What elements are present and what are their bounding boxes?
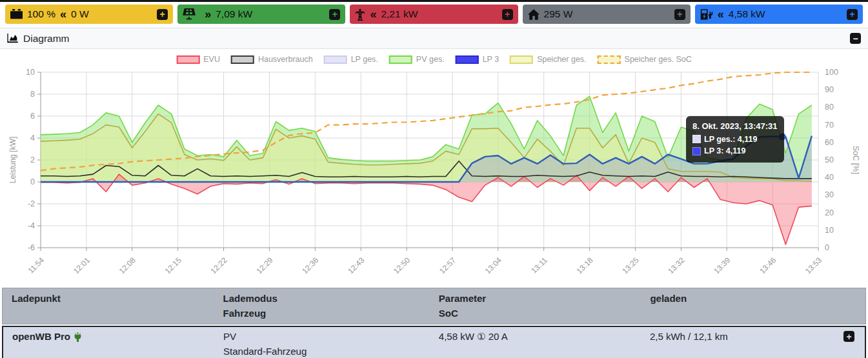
legend-swatch xyxy=(231,55,254,64)
svg-text:12:15: 12:15 xyxy=(163,255,183,275)
grid-expand-button[interactable]: + xyxy=(502,9,513,20)
svg-text:10: 10 xyxy=(825,226,834,235)
charge-power: 4,58 kW xyxy=(439,331,474,342)
svg-text:12:36: 12:36 xyxy=(300,255,320,275)
parameter-cell: 4,58 kW ① 20 A xyxy=(430,330,641,358)
legend-swatch xyxy=(176,55,199,64)
battery-soc-value: 100 % xyxy=(27,8,56,20)
transmission-tower-icon xyxy=(355,8,365,21)
svg-text:-6: -6 xyxy=(28,243,35,252)
chargepoint-name-cell: openWB Pro xyxy=(12,330,205,344)
tooltip-value: LP ges.: 4,119 xyxy=(704,134,757,145)
header-parameter-soc: Parameter SoC xyxy=(430,292,641,321)
house-expand-button[interactable]: + xyxy=(674,9,685,20)
svg-text:Leistung [kW]: Leistung [kW] xyxy=(8,137,17,184)
legend-item-pv-ges: PV ges. xyxy=(389,55,445,64)
vehicle-name: Standard-Fahrzeug xyxy=(223,344,421,358)
svg-text:20: 20 xyxy=(825,208,834,217)
svg-text:6: 6 xyxy=(30,112,35,121)
phase-count-icon: ① xyxy=(477,331,485,342)
tooltip-value: LP 3: 4,119 xyxy=(704,146,745,157)
svg-text:60: 60 xyxy=(825,138,834,147)
diagram-section-header[interactable]: Diagramm − xyxy=(0,28,868,49)
header-ladepunkt: Ladepunkt xyxy=(3,292,214,321)
header-line: Fahrzeug xyxy=(223,306,421,321)
charge-current: 20 A xyxy=(489,331,508,342)
chart-legend: EVU Hausverbrauch LP ges. PV ges. LP 3 S… xyxy=(176,55,692,64)
header-geladen: geladen xyxy=(641,292,865,321)
legend-item-speicher-ges: Speicher ges. xyxy=(510,55,586,64)
charging-station-icon xyxy=(700,8,713,20)
badge-pv: » 7,09 kW + xyxy=(177,5,345,24)
solar-panel-icon xyxy=(183,8,196,20)
car-battery-icon xyxy=(10,9,23,19)
chart-tooltip: 8. Okt. 2023, 13:47:31 LP ges.: 4,119 LP… xyxy=(686,116,784,163)
pv-power-value: 7,09 kW xyxy=(216,8,252,20)
legend-item-lp3: LP 3 xyxy=(456,55,500,64)
flow-direction-arrow: « xyxy=(370,8,375,21)
svg-text:2: 2 xyxy=(30,155,35,164)
svg-text:90: 90 xyxy=(825,85,834,94)
badge-chargepoint: « 4,58 kW + xyxy=(695,5,863,24)
badge-house: 295 W + xyxy=(523,5,691,24)
legend-swatch xyxy=(324,55,347,64)
legend-item-lp-ges: LP ges. xyxy=(324,55,378,64)
tooltip-swatch xyxy=(692,135,701,143)
svg-text:13:53: 13:53 xyxy=(803,255,823,275)
svg-text:12:43: 12:43 xyxy=(346,255,366,275)
svg-text:13:32: 13:32 xyxy=(666,255,686,275)
table-header-row: Ladepunkt Lademodus Fahrzeug Parameter S… xyxy=(2,288,866,324)
badge-battery: 100 % « 0 W + xyxy=(5,5,173,24)
tooltip-item-lp3: LP 3: 4,119 xyxy=(692,146,778,157)
svg-text:80: 80 xyxy=(825,103,834,112)
legend-label: Hausverbrauch xyxy=(258,55,313,64)
svg-text:12:57: 12:57 xyxy=(438,255,458,275)
svg-text:0: 0 xyxy=(30,177,35,186)
legend-label: Speicher ges. SoC xyxy=(625,55,692,64)
svg-text:8: 8 xyxy=(30,90,35,99)
charge-mode: PV xyxy=(223,330,421,344)
chargepoint-power-value: 4,58 kW xyxy=(729,8,765,20)
header-line: SoC xyxy=(439,306,632,321)
chart-area[interactable]: EVU Hausverbrauch LP ges. PV ges. LP 3 S… xyxy=(0,49,868,285)
svg-text:40: 40 xyxy=(825,173,834,182)
legend-label: Speicher ges. xyxy=(537,55,586,64)
flow-direction-arrow: « xyxy=(60,8,65,21)
legend-label: LP 3 xyxy=(483,55,500,64)
legend-label: EVU xyxy=(203,55,220,64)
header-line: Parameter xyxy=(439,292,632,306)
charged-energy: 2,5 kWh / 12,1 km xyxy=(650,330,728,344)
header-line: Lademodus xyxy=(223,292,421,306)
house-icon xyxy=(528,9,540,20)
legend-label: LP ges. xyxy=(351,55,378,64)
svg-text:13:46: 13:46 xyxy=(758,255,778,275)
house-power-value: 295 W xyxy=(544,8,573,20)
chargepoint-expand-button[interactable]: + xyxy=(847,9,858,20)
legend-swatch xyxy=(389,55,412,64)
svg-text:100: 100 xyxy=(825,68,838,77)
grid-power-value: 2,21 kW xyxy=(381,8,418,20)
svg-text:4: 4 xyxy=(30,134,35,143)
svg-text:11:54: 11:54 xyxy=(26,255,46,275)
tooltip-item-lp-ges: LP ges.: 4,119 xyxy=(692,134,778,145)
chargepoint-name: openWB Pro xyxy=(12,330,70,344)
svg-text:12:01: 12:01 xyxy=(72,255,92,275)
tooltip-swatch xyxy=(692,147,701,155)
svg-text:13:18: 13:18 xyxy=(575,255,595,275)
svg-text:-2: -2 xyxy=(28,199,35,208)
svg-text:12:22: 12:22 xyxy=(209,255,229,275)
diagram-collapse-button[interactable]: − xyxy=(850,33,861,44)
svg-text:SoC [%]: SoC [%] xyxy=(851,146,860,174)
battery-expand-button[interactable]: + xyxy=(157,9,168,20)
svg-text:70: 70 xyxy=(825,121,834,130)
power-soc-chart[interactable]: 11:5412:0112:0812:1512:2212:2912:3612:43… xyxy=(0,49,868,285)
pv-expand-button[interactable]: + xyxy=(329,9,340,20)
legend-item-hausverbrauch: Hausverbrauch xyxy=(231,55,313,64)
svg-text:0: 0 xyxy=(825,243,829,252)
svg-text:13:11: 13:11 xyxy=(529,255,549,275)
mode-vehicle-cell: PV Standard-Fahrzeug xyxy=(214,330,430,358)
plug-icon xyxy=(74,332,82,342)
row-expand-button[interactable]: + xyxy=(843,331,854,342)
table-row-openwb-pro[interactable]: openWB Pro PV Standard-Fahrzeug 4,58 kW … xyxy=(2,326,866,358)
svg-text:13:04: 13:04 xyxy=(483,255,503,275)
